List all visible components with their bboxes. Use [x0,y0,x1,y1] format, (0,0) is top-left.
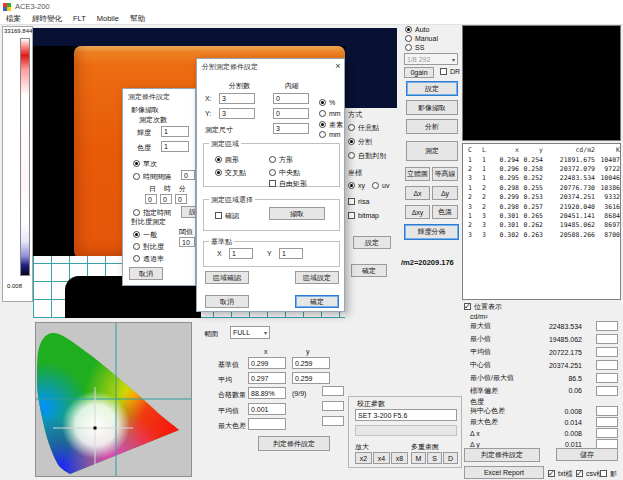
radio-pixel[interactable]: 畫素 [319,120,343,130]
luminance-dist-button[interactable]: 輝度分佈 [404,224,459,240]
radio-center-point[interactable]: 中央點 [269,168,300,178]
radio-icon [319,121,326,128]
radio-manual[interactable]: Manual [405,35,438,42]
delta-xy-button[interactable]: Δxy [405,205,430,219]
threshold-field[interactable] [179,237,195,247]
zoom-x8-button[interactable]: x8 [391,452,408,464]
checkbox-icon [348,198,355,205]
mean-field[interactable] [248,403,286,415]
base-x-field[interactable] [229,248,253,259]
radio-percent[interactable]: % [319,99,335,106]
ref-y-field[interactable] [292,357,330,369]
radio-cross-point[interactable]: 交叉點 [215,168,246,178]
checkbox-free-rect[interactable]: 自由矩形 [269,179,307,189]
radio-circle[interactable]: 圓形 [215,155,239,165]
checkbox-position-display[interactable]: 位置表示 [464,302,502,312]
method-ok-button[interactable]: 確定 [351,264,387,277]
radio-xy[interactable]: xy [348,182,365,189]
menu-item[interactable]: 檔案 [6,14,21,24]
div-x-field[interactable] [219,93,255,104]
measure-button[interactable]: 測定 [406,141,458,161]
gain-button[interactable]: 0gain [404,67,434,78]
calib-set-field[interactable] [355,409,457,421]
capture-button[interactable]: 影像擷取 [406,100,458,115]
multi-s-button[interactable]: S [427,452,442,464]
shutter-dropdown[interactable]: 1/8 292▾ [404,53,458,65]
excel-report-button[interactable]: Excel Report [464,466,544,479]
window-title: ACE3-200 [15,2,50,11]
radio-transmittance[interactable]: 透過率 [133,254,164,264]
time-set-button[interactable]: 設定 [181,206,196,218]
radio-any-point[interactable]: 任意點 [348,123,379,133]
delta-x-button[interactable]: Δx [405,186,430,200]
menu-item[interactable]: Mobile [97,14,119,23]
range-judge-setting-button[interactable]: 判定條件設定 [258,436,330,451]
menu-item[interactable]: FLT [73,14,86,23]
luminance-count-field[interactable] [161,126,189,137]
color-temp-button[interactable]: 色溫 [432,205,458,219]
checkbox-bitmap[interactable]: bitmap [348,212,379,219]
area-confirm-button[interactable]: 區域確認 [205,271,249,284]
zoom-x2-button[interactable]: x2 [355,452,372,464]
minute-field[interactable] [175,194,187,204]
radio-split[interactable]: 分割 [348,137,372,147]
radio-ss[interactable]: SS [405,44,424,51]
contour-button[interactable]: 等高線 [432,167,458,181]
method-panel: 方式 任意點 分割 自動判別 座標 xy uv risa bitmap 設定 確… [345,108,397,318]
zoom-label: 放大 [355,442,369,452]
grab-button[interactable]: 擷取 [269,207,325,220]
close-icon[interactable] [331,60,345,72]
hour-field[interactable] [160,194,172,204]
judge-setting-button[interactable]: 判定條件設定 [464,448,540,462]
avg-y-field[interactable] [292,372,330,384]
settings-button[interactable]: 設定 [406,81,458,96]
calib-empty-field[interactable] [355,425,457,436]
radio-interval[interactable]: 時間間隔 [133,172,171,182]
multi-d-button[interactable]: D [443,452,458,464]
measure-size-field[interactable] [273,123,309,134]
day-field[interactable] [145,194,157,204]
inset-y-field[interactable] [273,108,309,119]
interval-field[interactable] [181,170,195,180]
radio-icon [215,156,222,163]
checkbox-txt[interactable]: txt檔 [548,469,572,479]
table-row: 1 2 0.298 0.255 20776.730 10386 [463,183,620,192]
checkbox-risa[interactable]: risa [348,198,369,205]
radio-mm-size[interactable]: mm [319,131,341,138]
radio-uv[interactable]: uv [372,182,389,189]
judge-box [322,401,344,411]
radio-normal[interactable]: 一般 [133,230,157,240]
zoom-x4-button[interactable]: x4 [373,452,390,464]
ok-button[interactable]: 確定 [295,295,339,308]
range-dropdown[interactable]: FULL▾ [230,326,270,339]
radio-square[interactable]: 方形 [269,155,293,165]
pass-count-field[interactable] [248,387,286,399]
ref-x-field[interactable] [248,357,286,369]
checkbox-dr[interactable]: DR [440,68,460,75]
multi-m-button[interactable]: M [411,452,426,464]
delta-y-button[interactable]: Δy [432,186,458,200]
secondary-image[interactable] [462,25,621,141]
radio-single[interactable]: 單次 [133,159,157,169]
chroma-count-field[interactable] [161,141,189,152]
max-color-diff-field[interactable] [248,418,286,430]
checkbox-confirm[interactable]: 確認 [215,211,239,221]
avg-x-field[interactable] [248,372,286,384]
radio-contrast[interactable]: 對比度 [133,242,164,252]
radio-mm[interactable]: mm [319,110,341,117]
checkbox-image-file[interactable]: 影像檔 [600,469,621,480]
base-y-field[interactable] [279,248,303,259]
cancel-button[interactable]: 取消 [129,267,163,280]
menu-item[interactable]: 幫助 [130,14,145,24]
radio-auto-detect[interactable]: 自動判別 [348,151,386,161]
inset-x-field[interactable] [273,93,309,104]
cancel-button[interactable]: 取消 [205,295,249,308]
analyze-button[interactable]: 分析 [406,119,458,134]
menu-item[interactable]: 經時變化 [32,14,62,24]
div-y-field[interactable] [219,108,255,119]
radio-auto[interactable]: Auto [405,26,429,33]
method-set-button[interactable]: 設定 [353,236,391,249]
area-set-button[interactable]: 區域設定 [295,271,339,284]
solid-view-button[interactable]: 立體圖 [405,167,430,181]
save-button[interactable]: 儲存 [556,448,618,461]
